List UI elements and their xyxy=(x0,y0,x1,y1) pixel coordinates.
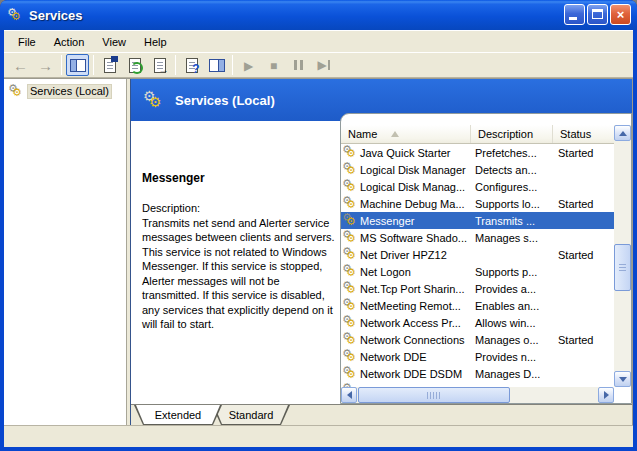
maximize-button[interactable] xyxy=(587,4,608,25)
service-description: Allows win... xyxy=(471,317,553,329)
horizontal-scroll-thumb[interactable] xyxy=(358,387,510,403)
toolbar-separator xyxy=(232,55,233,75)
table-row[interactable]: MS Software Shado...Manages s... xyxy=(341,229,614,246)
table-row[interactable]: Net.Tcp Port Sharin...Provides a... xyxy=(341,280,614,297)
service-description: Prefetches... xyxy=(471,147,553,159)
main-area: Services (Local) Services (Local) Messen… xyxy=(4,78,633,425)
table-row[interactable]: Network DDEProvides n... xyxy=(341,348,614,365)
service-gears-icon xyxy=(342,366,358,381)
description-text: Transmits net send and Alerter service m… xyxy=(142,217,335,331)
table-row[interactable]: Network ConnectionsManages o...Started xyxy=(341,331,614,348)
maximize-icon xyxy=(592,9,603,19)
list-header: Name Description Status xyxy=(341,125,614,144)
service-gears-icon xyxy=(342,332,358,347)
export-list-button[interactable] xyxy=(148,54,171,76)
tab-extended[interactable]: Extended xyxy=(134,405,222,425)
service-name: Machine Debug Ma... xyxy=(360,198,465,210)
service-name: Logical Disk Manag... xyxy=(360,181,465,193)
show-hide-console-tree-button[interactable] xyxy=(66,54,89,76)
service-description: Provides n... xyxy=(471,351,553,363)
view-tabs: Extended Standard xyxy=(131,404,632,425)
menu-help[interactable]: Help xyxy=(135,33,176,51)
table-row[interactable]: Java Quick StarterPrefetches...Started xyxy=(341,144,614,161)
service-gears-icon xyxy=(342,145,358,160)
console-tree-pane: Services (Local) xyxy=(4,79,127,425)
service-status: Started xyxy=(553,249,614,261)
banner-title: Services (Local) xyxy=(175,93,275,108)
service-gears-icon xyxy=(342,213,358,228)
sort-ascending-icon xyxy=(391,131,399,137)
back-button xyxy=(9,54,32,76)
refresh-button[interactable] xyxy=(123,54,146,76)
column-header-status[interactable]: Status xyxy=(553,125,614,143)
table-row[interactable]: Net Driver HPZ12Started xyxy=(341,246,614,263)
table-row[interactable]: Machine Debug Ma...Supports lo...Started xyxy=(341,195,614,212)
selected-service-name: Messenger xyxy=(142,171,340,185)
tab-standard[interactable]: Standard xyxy=(212,405,290,425)
forward-button xyxy=(34,54,57,76)
menu-action[interactable]: Action xyxy=(45,33,94,51)
service-description: Supports lo... xyxy=(471,198,553,210)
vertical-scrollbar[interactable] xyxy=(614,125,631,387)
service-description: Manages s... xyxy=(471,232,553,244)
close-button[interactable]: × xyxy=(610,4,631,25)
service-gears-icon xyxy=(342,264,358,279)
arrow-left-icon xyxy=(347,391,352,399)
service-name: Logical Disk Manager xyxy=(360,164,466,176)
table-row[interactable]: NetMeeting Remot...Enables an... xyxy=(341,297,614,314)
service-name: Net Logon xyxy=(360,266,411,278)
table-row[interactable]: Logical Disk ManagerDetects an... xyxy=(341,161,614,178)
table-row[interactable]: Net LogonSupports p... xyxy=(341,263,614,280)
table-row[interactable]: Network DDE DSDMManages D... xyxy=(341,365,614,382)
column-header-description[interactable]: Description xyxy=(471,125,553,143)
service-name: Network Access Pr... xyxy=(360,317,461,329)
service-description: Configures... xyxy=(471,181,553,193)
title-bar[interactable]: Services × xyxy=(0,0,637,30)
service-gears-icon xyxy=(342,247,358,262)
service-gears-icon xyxy=(342,349,358,364)
service-gears-icon xyxy=(342,162,358,177)
menu-view[interactable]: View xyxy=(93,33,135,51)
table-row[interactable]: MessengerTransmits ... xyxy=(341,212,614,229)
service-gears-icon xyxy=(143,90,167,110)
minimize-button[interactable] xyxy=(564,4,585,25)
column-header-name[interactable]: Name xyxy=(341,125,471,143)
service-status: Started xyxy=(553,198,614,210)
tree-item-services-local[interactable]: Services (Local) xyxy=(8,84,124,99)
scroll-right-button[interactable] xyxy=(598,387,614,403)
stop-service-button xyxy=(262,54,285,76)
services-list: Name Description Status Java Quick Start… xyxy=(340,113,632,404)
toolbar xyxy=(4,52,633,78)
refresh-icon xyxy=(129,58,141,73)
properties-button[interactable] xyxy=(98,54,121,76)
table-row[interactable]: Network Access Pr...Allows win... xyxy=(341,314,614,331)
arrow-right-icon xyxy=(604,391,609,399)
scroll-left-button[interactable] xyxy=(341,387,357,403)
service-name: Java Quick Starter xyxy=(360,147,450,159)
status-bar xyxy=(4,425,633,447)
service-gears-icon xyxy=(342,315,358,330)
horizontal-scrollbar[interactable] xyxy=(341,387,614,403)
service-gears-icon xyxy=(342,196,358,211)
service-description: Manages D... xyxy=(471,368,553,380)
minimize-icon xyxy=(569,17,577,20)
menu-file[interactable]: File xyxy=(9,33,45,51)
service-name: MS Software Shado... xyxy=(360,232,467,244)
scroll-down-button[interactable] xyxy=(614,371,631,387)
toolbar-separator xyxy=(93,55,94,75)
service-gears-icon xyxy=(8,84,24,99)
service-description: Transmits ... xyxy=(471,215,553,227)
show-hide-action-pane-button[interactable] xyxy=(205,54,228,76)
service-description: Supports p... xyxy=(471,266,553,278)
toolbar-separator xyxy=(61,55,62,75)
export-list-icon xyxy=(154,58,166,73)
services-window: Services × FileActionViewHelp Services (… xyxy=(0,0,637,451)
table-row[interactable]: Logical Disk Manag...Configures... xyxy=(341,178,614,195)
description-label: Description: xyxy=(142,202,200,214)
properties-icon xyxy=(104,58,116,73)
help-button[interactable] xyxy=(180,54,203,76)
list-rows: Java Quick StarterPrefetches...StartedLo… xyxy=(341,144,614,387)
pause-service-button xyxy=(287,54,310,76)
vertical-scroll-thumb[interactable] xyxy=(614,244,631,291)
scroll-up-button[interactable] xyxy=(614,125,631,141)
